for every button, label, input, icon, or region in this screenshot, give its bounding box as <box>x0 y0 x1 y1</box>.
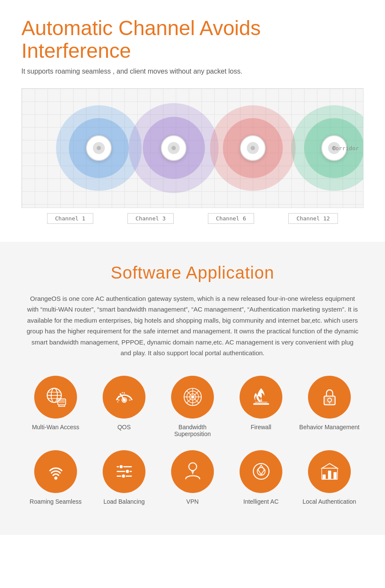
channel-labels: Channel 1 Channel 3 Channel 6 Channel 12 <box>21 208 364 229</box>
feature-firewall-label: Firewall <box>251 424 271 431</box>
svg-marker-44 <box>322 463 338 468</box>
corridor-label: Corridor <box>332 145 359 151</box>
channel-subtitle: It supports roaming seamless , and clien… <box>21 68 364 75</box>
channel-label-2: Channel 3 <box>127 213 174 224</box>
load-icon-circle <box>103 450 145 493</box>
firewall-icon <box>249 385 273 409</box>
svg-marker-40 <box>258 465 264 475</box>
feature-bandwidth-label: Bandwidth Superposition <box>160 424 225 437</box>
feature-behavior: Behavior Management <box>297 376 361 437</box>
svg-rect-9 <box>58 400 65 403</box>
ap-item-2 <box>129 103 219 193</box>
feature-roaming-label: Roaming Seamless <box>30 498 81 505</box>
svg-point-23 <box>191 396 194 398</box>
feature-roaming: Roaming Seamless <box>24 450 88 505</box>
firewall-icon-circle <box>240 376 282 419</box>
channel-label-1: Channel 1 <box>47 213 93 224</box>
feature-multi-wan: Multi-Wan Access <box>24 376 88 437</box>
ap-device-3 <box>240 135 266 161</box>
bandwidth-icon-circle <box>171 376 214 419</box>
intelligent-icon-circle <box>240 450 282 493</box>
svg-point-34 <box>119 465 123 469</box>
software-section: Software Application OrangeOS is one cor… <box>0 242 385 535</box>
channel-label-4: Channel 12 <box>288 213 338 224</box>
qos-icon <box>113 385 136 409</box>
svg-rect-42 <box>328 471 331 479</box>
feature-qos-label: QOS <box>117 424 130 431</box>
feature-vpn: VPN <box>160 450 225 505</box>
feature-firewall: Firewall <box>229 376 293 437</box>
feature-load: Load Balancing <box>92 450 156 505</box>
vpn-icon <box>181 460 204 483</box>
software-description: OrangeOS is one core AC authentication g… <box>26 293 359 359</box>
channel-diagram: Corridor <box>21 88 364 208</box>
behavior-icon <box>318 385 341 409</box>
ap-device-1 <box>86 135 112 161</box>
multi-wan-icon-circle <box>34 376 77 419</box>
ap-device-2 <box>161 135 187 161</box>
behavior-icon-circle <box>308 376 351 419</box>
feature-multi-wan-label: Multi-Wan Access <box>32 424 80 431</box>
svg-point-37 <box>189 463 196 470</box>
roaming-icon-circle <box>34 450 77 493</box>
intelligent-icon <box>249 460 273 483</box>
svg-point-30 <box>54 477 57 480</box>
software-title: Software Application <box>21 263 364 282</box>
local-auth-icon-circle <box>308 450 351 493</box>
feature-local-auth-label: Local Authentication <box>302 498 356 505</box>
svg-rect-25 <box>255 402 267 403</box>
svg-rect-41 <box>323 475 326 479</box>
feature-bandwidth: Bandwidth Superposition <box>160 376 225 437</box>
svg-point-38 <box>253 463 269 479</box>
svg-point-35 <box>125 469 129 473</box>
feature-intelligent: Intelligent AC <box>229 450 293 505</box>
local-auth-icon <box>318 460 341 483</box>
channel-title: Automatic Channel Avoids Interference <box>21 17 364 62</box>
bandwidth-icon <box>181 385 204 409</box>
svg-rect-24 <box>253 403 269 405</box>
load-icon <box>113 460 136 483</box>
multi-wan-icon <box>44 385 68 409</box>
roaming-icon <box>44 460 68 483</box>
vpn-icon-circle <box>171 450 214 493</box>
svg-point-36 <box>121 474 125 478</box>
feature-local-auth: Local Authentication <box>297 450 361 505</box>
features-row-1: Multi-Wan Access QOS <box>21 376 364 437</box>
feature-behavior-label: Behavior Management <box>299 424 360 431</box>
channel-label-3: Channel 6 <box>208 213 254 224</box>
features-row-2: Roaming Seamless Load Balancing <box>21 450 364 505</box>
feature-intelligent-label: Intelligent AC <box>243 498 279 505</box>
svg-rect-43 <box>333 472 336 479</box>
channel-section: Automatic Channel Avoids Interference It… <box>0 0 385 242</box>
feature-qos: QOS <box>92 376 156 437</box>
feature-vpn-label: VPN <box>187 498 199 505</box>
feature-load-label: Load Balancing <box>104 498 145 505</box>
qos-icon-circle <box>103 376 145 419</box>
ap-item-3 <box>210 105 296 191</box>
